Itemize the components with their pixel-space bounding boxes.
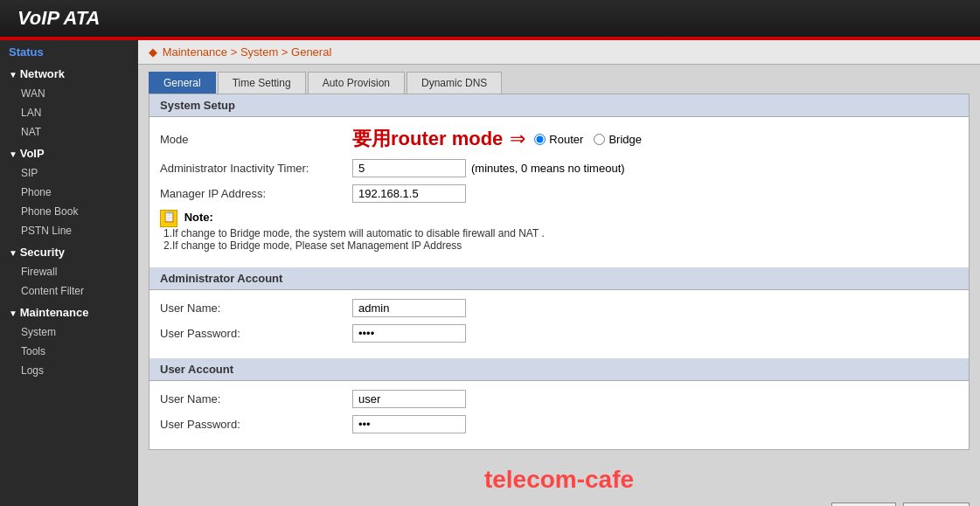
admin-account-body: User Name: User Password: bbox=[149, 290, 969, 358]
app-header: VoIP ATA bbox=[0, 0, 980, 37]
sidebar: Status Network WAN LAN NAT VoIP SIP Phon… bbox=[0, 40, 138, 506]
app-title: VoIP ATA bbox=[17, 7, 101, 30]
sidebar-item-phonebook[interactable]: Phone Book bbox=[0, 202, 138, 221]
admin-password-label: User Password: bbox=[160, 327, 352, 340]
sidebar-section-security[interactable]: Security bbox=[0, 240, 138, 262]
main-content: ◆ Maintenance > System > General General… bbox=[138, 40, 980, 506]
mode-row: Mode 要用router mode ⇒ Router Bridge bbox=[160, 126, 958, 152]
manager-ip-input[interactable] bbox=[352, 184, 466, 203]
user-username-input[interactable] bbox=[352, 390, 466, 408]
sidebar-item-tools[interactable]: Tools bbox=[0, 342, 138, 361]
user-username-row: User Name: bbox=[160, 390, 958, 408]
tab-auto-provision[interactable]: Auto Provision bbox=[308, 72, 405, 94]
tab-time-setting[interactable]: Time Setting bbox=[218, 72, 306, 94]
reset-button[interactable]: Reset bbox=[903, 503, 970, 506]
tab-bar: General Time Setting Auto Provision Dyna… bbox=[138, 65, 980, 94]
radio-router-input[interactable] bbox=[534, 134, 546, 145]
mode-radio-group: Router Bridge bbox=[534, 133, 642, 146]
sidebar-item-content-filter[interactable]: Content Filter bbox=[0, 281, 138, 301]
sidebar-item-lan[interactable]: LAN bbox=[0, 103, 138, 122]
note-title: Note: bbox=[184, 211, 213, 224]
user-password-label: User Password: bbox=[160, 418, 352, 431]
mode-label: Mode bbox=[160, 133, 352, 146]
note-line2: 2.If change to Bridge mode, Please set M… bbox=[163, 239, 958, 252]
tab-dynamic-dns[interactable]: Dynamic DNS bbox=[407, 72, 502, 94]
sidebar-item-system[interactable]: System bbox=[0, 322, 138, 342]
timer-suffix: (minutes, 0 means no timeout) bbox=[471, 162, 625, 175]
user-account-header: User Account bbox=[149, 358, 969, 381]
sidebar-item-nat[interactable]: NAT bbox=[0, 122, 138, 142]
sidebar-status: Status bbox=[0, 40, 138, 62]
sidebar-item-pstn[interactable]: PSTN Line bbox=[0, 221, 138, 240]
timer-row: Administrator Inactivity Timer: (minutes… bbox=[160, 159, 958, 177]
radio-bridge[interactable]: Bridge bbox=[594, 133, 642, 146]
watermark: telecom-cafe bbox=[138, 457, 980, 497]
tab-general[interactable]: General bbox=[149, 72, 216, 94]
sidebar-item-sip[interactable]: SIP bbox=[0, 163, 138, 183]
breadcrumb-icon: ◆ bbox=[149, 45, 157, 59]
sidebar-item-phone[interactable]: Phone bbox=[0, 183, 138, 202]
system-setup-header: System Setup bbox=[149, 94, 969, 117]
system-setup-body: Mode 要用router mode ⇒ Router Bridge bbox=[149, 117, 969, 267]
note-line1: 1.If change to Bridge mode, the system w… bbox=[163, 227, 958, 239]
admin-password-row: User Password: bbox=[160, 324, 958, 343]
sidebar-item-firewall[interactable]: Firewall bbox=[0, 262, 138, 281]
note-icon: 📋 bbox=[160, 210, 177, 227]
apply-button[interactable]: Apply bbox=[831, 503, 897, 506]
radio-router-label: Router bbox=[549, 133, 583, 146]
sidebar-section-maintenance[interactable]: Maintenance bbox=[0, 301, 138, 322]
sidebar-section-voip[interactable]: VoIP bbox=[0, 142, 138, 163]
content-panel: System Setup Mode 要用router mode ⇒ Router bbox=[149, 94, 970, 450]
admin-username-label: User Name: bbox=[160, 302, 352, 315]
mode-arrow: ⇒ bbox=[510, 128, 525, 150]
breadcrumb: ◆ Maintenance > System > General bbox=[138, 40, 980, 65]
breadcrumb-text: Maintenance > System > General bbox=[163, 45, 332, 59]
sidebar-item-wan[interactable]: WAN bbox=[0, 84, 138, 103]
admin-username-input[interactable] bbox=[352, 299, 466, 317]
user-account-body: User Name: User Password: bbox=[149, 381, 969, 449]
admin-password-input[interactable] bbox=[352, 324, 466, 343]
manager-ip-row: Manager IP Address: bbox=[160, 184, 958, 203]
admin-username-row: User Name: bbox=[160, 299, 958, 317]
manager-ip-label: Manager IP Address: bbox=[160, 187, 352, 200]
timer-input[interactable] bbox=[352, 159, 466, 177]
radio-router[interactable]: Router bbox=[534, 133, 583, 146]
radio-bridge-label: Bridge bbox=[608, 133, 642, 146]
admin-account-header: Administrator Account bbox=[149, 267, 969, 290]
user-password-input[interactable] bbox=[352, 415, 466, 433]
radio-bridge-input[interactable] bbox=[594, 134, 605, 145]
timer-label: Administrator Inactivity Timer: bbox=[160, 162, 352, 175]
sidebar-section-network[interactable]: Network bbox=[0, 62, 138, 84]
user-password-row: User Password: bbox=[160, 415, 958, 433]
sidebar-item-logs[interactable]: Logs bbox=[0, 361, 138, 380]
footer-buttons: Apply Reset bbox=[138, 497, 980, 506]
user-username-label: User Name: bbox=[160, 392, 352, 405]
mode-annotation: 要用router mode bbox=[352, 126, 503, 152]
note-box: 📋 Note: 1.If change to Bridge mode, the … bbox=[160, 210, 958, 252]
